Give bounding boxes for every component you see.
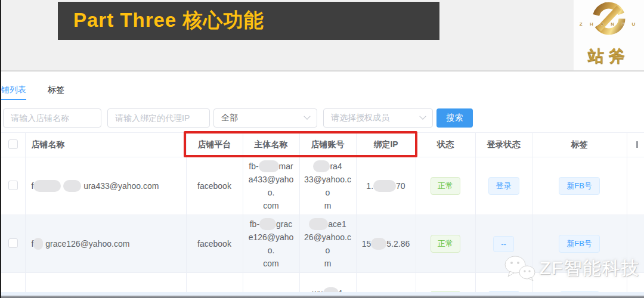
member-select-placeholder: 请选择授权成员	[331, 113, 389, 123]
clipped-cell	[627, 215, 644, 273]
redaction-mask	[323, 287, 339, 293]
tab-tags[interactable]: 标签	[48, 85, 64, 95]
chevron-down-icon	[419, 113, 426, 120]
slide-header: Part Three 核心功能 Z H A N F U 站斧	[1, 0, 644, 72]
header-checkbox-cell	[1, 133, 25, 157]
select-all-checkbox[interactable]	[8, 139, 18, 149]
checkbox-cell	[1, 273, 25, 293]
entity-cell: wum	[243, 273, 299, 293]
redaction-mask	[259, 160, 279, 172]
bound-ip-cell: 1.70	[356, 157, 416, 215]
table-row: omshopifywumwu1@gmail.com15.219正常登录	[1, 273, 644, 293]
status-badge: 正常	[431, 235, 460, 253]
shop-name-cell: om	[25, 273, 186, 293]
tag-cell: 新FB号	[532, 157, 627, 215]
redaction-mask	[259, 218, 276, 230]
platform-select-value: 全部	[221, 113, 238, 123]
entity-cell: fb-grace126@yahoo.com	[243, 215, 299, 273]
column-header-1: 店铺平台	[186, 133, 243, 157]
row-checkbox[interactable]	[8, 238, 18, 248]
account-cell: ra433@yahoo.com	[299, 157, 356, 215]
bound-ip-cell: 15.219	[356, 273, 416, 293]
column-header-7: 标签	[532, 133, 627, 157]
platform-select[interactable]: 全部	[213, 108, 317, 128]
redaction-mask	[33, 180, 61, 192]
column-header-5: 状态	[416, 133, 475, 157]
shop-name-input[interactable]	[3, 108, 101, 128]
login-status-cell: --	[475, 215, 532, 273]
tag-badge[interactable]: 新FB号	[559, 177, 600, 195]
brand-logo: Z H A N F U 站斧	[574, 0, 644, 70]
login-button[interactable]: 登录	[488, 177, 519, 195]
shop-name-cell: f grace126@yahoo.com	[25, 215, 186, 273]
shop-table: 店铺名称店铺平台主体名称店铺账号绑定IP状态登录状态标签 f ura433@ya…	[1, 132, 644, 292]
member-select[interactable]: 请选择授权成员	[323, 108, 433, 128]
login-button[interactable]: --	[493, 236, 514, 252]
tag-cell: 新FB号	[532, 215, 627, 273]
status-cell: 正常	[416, 157, 475, 215]
account-cell: wu1@gmail.com	[299, 273, 356, 293]
row-checkbox[interactable]	[8, 181, 18, 190]
table-row: f ura433@yahoo.comfacebookfb-mara433@yah…	[1, 157, 644, 215]
column-header-clipped	[627, 133, 644, 157]
window-bottom-edge	[1, 296, 644, 298]
entity-cell: fb-mara433@yahoo.com	[243, 157, 299, 215]
clipped-glyph-fragment	[636, 141, 638, 148]
status-badge: 正常	[431, 177, 460, 195]
column-header-0: 店铺名称	[25, 133, 186, 157]
zhanfu-emblem-icon	[589, 0, 628, 37]
column-header-6: 登录状态	[475, 133, 532, 157]
column-header-2: 主体名称	[243, 133, 299, 157]
table-row: f grace126@yahoo.comfacebookfb-grace126@…	[1, 215, 644, 273]
section-title: Part Three 核心功能	[58, 2, 439, 40]
checkbox-cell	[1, 215, 25, 273]
redaction-mask	[313, 160, 330, 172]
bound-ip-cell: 155.2.86	[356, 215, 416, 273]
page: Part Three 核心功能 Z H A N F U 站斧 店铺列表 标签 全…	[0, 0, 644, 298]
platform-cell: shopify	[186, 273, 243, 293]
column-header-3: 店铺账号	[299, 133, 356, 157]
shop-name-cell: f ura433@yahoo.com	[25, 157, 186, 215]
redaction-mask	[371, 238, 386, 250]
chevron-down-icon	[304, 113, 310, 120]
search-button[interactable]: 搜索	[436, 108, 473, 128]
account-cell: ace126@yahoo.com	[299, 215, 356, 273]
proxy-ip-input[interactable]	[107, 108, 210, 128]
tag-badge[interactable]: 新FB号	[559, 235, 600, 253]
clipped-cell	[627, 273, 644, 293]
status-cell: 正常	[416, 215, 475, 273]
redaction-mask	[33, 238, 43, 250]
table-header-row: 店铺名称店铺平台主体名称店铺账号绑定IP状态登录状态标签	[1, 133, 644, 157]
redaction-mask	[63, 180, 81, 192]
platform-cell: facebook	[186, 157, 243, 215]
tag-cell	[532, 273, 627, 293]
redaction-mask	[309, 218, 328, 230]
login-status-cell: 登录	[475, 157, 532, 215]
clipped-cell	[627, 157, 644, 215]
redaction-mask	[373, 180, 396, 192]
tab-shop-list[interactable]: 店铺列表	[0, 85, 26, 95]
brand-name-en: Z H A N F U	[574, 21, 644, 27]
status-cell: 正常	[416, 273, 475, 293]
login-status-cell: 登录	[475, 273, 532, 293]
checkbox-cell	[1, 157, 25, 215]
brand-name-cn: 站斧	[574, 45, 644, 67]
column-header-4: 绑定IP	[356, 133, 416, 157]
platform-cell: facebook	[186, 215, 243, 273]
